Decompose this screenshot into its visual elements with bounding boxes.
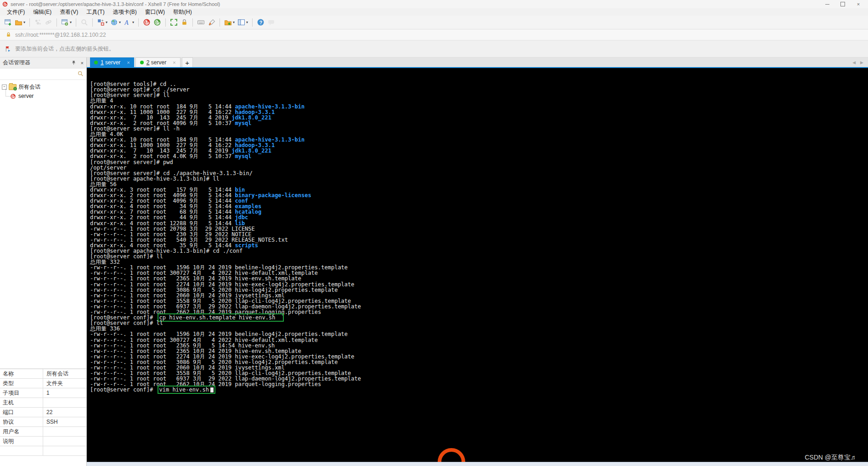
ssh-url: ssh://root:*******@192.168.12.100:22 [15, 32, 106, 38]
property-row: 协议SSH [0, 417, 86, 427]
web-icon [110, 18, 118, 26]
search-icon[interactable] [77, 70, 84, 77]
menu-item-tools[interactable]: 工具(T) [82, 8, 108, 16]
tab-close-icon[interactable]: × [173, 60, 175, 65]
session-properties-button[interactable]: ▾ [60, 17, 73, 28]
terminal-text: vim hive-env.sh [159, 386, 209, 393]
menu-item-window[interactable]: 窗口(W) [141, 8, 169, 16]
property-row: 端口22 [0, 408, 86, 417]
property-label: 协议 [0, 417, 43, 426]
fullscreen-button[interactable] [169, 17, 179, 28]
tab-scroll-left-icon[interactable]: ◀ [852, 60, 856, 65]
toolbar-separator [56, 18, 57, 27]
watermark-logo-partial [438, 448, 465, 462]
property-label: 说明 [0, 437, 43, 446]
property-value [43, 437, 86, 446]
terminal-line: drwxr-xr-x. 2 root root 4.0K 9月 5 10:37 … [90, 153, 868, 159]
tab-1-server[interactable]: 1 server× [90, 57, 134, 67]
panel-close-icon[interactable]: × [81, 60, 84, 66]
terminal-line: [root@server server]# pwd [90, 159, 868, 165]
chevron-down-icon[interactable]: ▾ [246, 20, 248, 24]
session-search-input[interactable] [0, 68, 86, 80]
session-manager-header: 会话管理器 × [0, 57, 86, 68]
menu-item-file[interactable]: 文件(F) [3, 8, 29, 16]
terminal-line: [root@server conf]# ll [90, 254, 868, 259]
new-tab-button[interactable]: + [182, 57, 193, 67]
xshell-icon [143, 18, 151, 26]
open-session-button[interactable]: ▾ [13, 17, 27, 28]
xftp-button[interactable] [152, 17, 163, 28]
font-button[interactable]: A▾ [122, 17, 135, 28]
lock-screen-button[interactable] [179, 17, 190, 28]
annotation-highlight-box: vim hive-env.sh [158, 386, 214, 393]
tab-label: 2 server [147, 59, 166, 66]
layout-button[interactable]: ▾ [96, 17, 109, 28]
help-button[interactable]: ? [255, 17, 266, 28]
chevron-down-icon[interactable]: ▾ [233, 20, 235, 24]
terminal-line: [root@server conf]# cp hive-env.sh.templ… [90, 315, 868, 320]
chevron-down-icon[interactable]: ▾ [23, 20, 25, 24]
chevron-down-icon[interactable]: ▾ [119, 20, 121, 24]
property-row: 主机 [0, 398, 86, 408]
property-value: SSH [43, 417, 86, 426]
menu-bar: 文件(F)编辑(E)查看(V)工具(T)选项卡(B)窗口(W)帮助(H) [0, 8, 868, 16]
connected-status-dot [140, 61, 144, 64]
svg-text:A: A [124, 19, 129, 26]
xshell-button[interactable] [141, 17, 152, 28]
new-session-button[interactable] [3, 17, 13, 28]
toolbar: ▾▾▾▾A▾▾▾? [0, 16, 868, 29]
property-value [43, 398, 86, 407]
new-folder-icon [224, 18, 232, 26]
notice-text: 要添加当前会话，点击左侧的箭头按钮。 [15, 45, 114, 53]
terminal-text: [root@server conf]# [90, 386, 157, 393]
restore-button[interactable] [835, 0, 851, 8]
tree-item-all-sessions[interactable]: − 所有会话 [0, 82, 86, 91]
tree-item-session-server[interactable]: server [0, 91, 86, 101]
menu-item-tab[interactable]: 选项卡(B) [109, 8, 141, 16]
terminal-text: cp hive-env.sh.template hive-env.sh [159, 314, 282, 321]
minimize-button[interactable] [819, 0, 835, 8]
minimize-icon [825, 4, 829, 5]
chevron-down-icon[interactable]: ▾ [106, 20, 107, 24]
address-bar[interactable]: ssh://root:*******@192.168.12.100:22 [0, 29, 868, 40]
terminal-line: [root@server apache-hive-3.1.3-bin]# ll [90, 176, 868, 182]
toolbar-separator [252, 18, 253, 27]
font-icon: A [124, 18, 131, 26]
menu-item-help[interactable]: 帮助(H) [169, 8, 196, 16]
menu-item-edit[interactable]: 编辑(E) [29, 8, 56, 16]
directory-name: mysql [235, 120, 251, 126]
tab-close-icon[interactable]: × [127, 60, 130, 65]
tab-scroll-buttons: ◀▶ [852, 57, 868, 67]
tab-scroll-right-icon[interactable]: ▶ [860, 60, 863, 65]
web-button[interactable]: ▾ [109, 17, 122, 28]
property-label: 用户名 [0, 427, 43, 436]
property-row-empty [0, 446, 86, 456]
property-value: 1 [43, 388, 86, 398]
terminal[interactable]: [root@server tools]# cd ..[root@server o… [87, 68, 868, 462]
find-button [79, 17, 90, 28]
pin-icon[interactable] [71, 60, 76, 65]
flag-icon [5, 45, 11, 52]
chevron-down-icon[interactable]: ▾ [132, 20, 134, 24]
tab-2-server[interactable]: 2 server× [135, 57, 180, 67]
highlight-pen-button[interactable] [206, 17, 217, 28]
property-value: 所有会话 [43, 369, 86, 378]
property-row: 用户名 [0, 427, 86, 437]
property-row: 子项目1 [0, 388, 86, 398]
terminal-cursor [210, 387, 214, 392]
toolbar-separator [165, 18, 166, 27]
virtual-keyboard-button[interactable] [196, 17, 206, 28]
new-session-icon [4, 18, 12, 26]
directory-name: mysql [235, 153, 251, 159]
session-properties-table: 名称所有会话类型文件夹子项目1主机端口22协议SSH用户名说明 [0, 369, 86, 466]
new-folder-button[interactable]: ▾ [223, 17, 236, 28]
toolbar-separator [138, 18, 139, 27]
tab-strip: 1 server×2 server×+◀▶ [87, 57, 868, 68]
feedback-icon [267, 18, 275, 26]
menu-item-view[interactable]: 查看(V) [56, 8, 82, 16]
split-pane-button[interactable]: ▾ [236, 17, 249, 28]
chevron-down-icon[interactable]: ▾ [70, 20, 72, 24]
help-icon: ? [257, 18, 265, 26]
toolbar-separator [220, 18, 220, 27]
close-button[interactable]: × [851, 0, 866, 8]
